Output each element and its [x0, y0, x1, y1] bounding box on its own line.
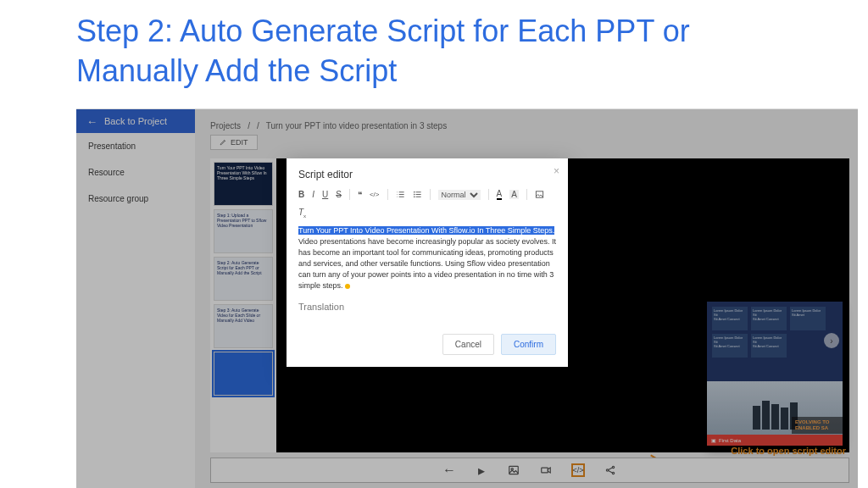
slide-thumb[interactable]: Step 2: Auto Generate Script for Each PP…: [214, 257, 273, 301]
camera-icon: [540, 464, 552, 476]
back-to-project-button[interactable]: ← Back to Project: [76, 109, 195, 133]
bullet-list-icon: [413, 190, 422, 199]
preview-overlay-text: EVOLVING TO ENABLED SA: [792, 417, 843, 433]
script-editor-button[interactable]: </>: [571, 463, 585, 477]
breadcrumb-sep: /: [248, 121, 250, 130]
thumbnail-strip: Turn Your PPT Into Video Presentation Wi…: [210, 158, 276, 452]
sidebar-item-presentation[interactable]: Presentation: [76, 133, 195, 159]
pencil-icon: [220, 138, 227, 146]
sidebar: ← Back to Project Presentation Resource …: [76, 109, 195, 488]
confirm-button[interactable]: Confirm: [501, 334, 556, 355]
highlight-color-button[interactable]: A: [509, 190, 519, 199]
edit-button[interactable]: EDIT: [210, 135, 258, 150]
quote-button[interactable]: ❝: [358, 190, 362, 199]
text-size-select[interactable]: Normal: [438, 190, 481, 200]
play-button[interactable]: ▸: [475, 463, 488, 477]
breadcrumb-root[interactable]: Projects: [210, 121, 241, 130]
preview-top: Lorem Ipsum Dolor SitSit Amet Consect Lo…: [707, 302, 843, 381]
modal-close-button[interactable]: ×: [554, 165, 559, 177]
cancel-button[interactable]: Cancel: [442, 334, 494, 355]
svg-point-8: [414, 197, 415, 197]
breadcrumb: Projects / / Turn your PPT into video pr…: [195, 109, 858, 134]
slide-thumb[interactable]: Step 1: Upload a Presentation PPT to Sfl…: [214, 209, 273, 253]
selected-text: Turn Your PPT Into Video Presentation Wi…: [298, 226, 554, 235]
image-icon: [535, 190, 544, 199]
strike-button[interactable]: S: [336, 190, 342, 199]
close-icon: ×: [554, 165, 559, 177]
ordered-list-button[interactable]: [396, 190, 405, 199]
brand-bar: ▣ First Data: [707, 435, 843, 446]
sidebar-item-resource[interactable]: Resource: [76, 159, 195, 186]
svg-point-4: [612, 466, 614, 468]
page-title: Step 2: Auto Generate Script for Each PP…: [0, 0, 868, 100]
image-icon: [508, 464, 520, 476]
play-icon: ▸: [478, 463, 485, 479]
svg-point-7: [414, 194, 415, 195]
chevron-right-icon: ›: [830, 336, 832, 346]
preview-card: Lorem Ipsum Dolor Sit Amet: [790, 307, 826, 330]
breadcrumb-current: Turn your PPT into video presentation in…: [266, 121, 447, 130]
svg-point-3: [606, 469, 608, 471]
ordered-list-icon: [396, 190, 405, 199]
slide-preview: Lorem Ipsum Dolor SitSit Amet Consect Lo…: [707, 302, 843, 446]
arrow-left-icon: ←: [442, 463, 456, 478]
edit-label: EDIT: [231, 138, 248, 147]
share-icon: [604, 464, 616, 476]
slide-thumb-selected[interactable]: [214, 352, 273, 396]
bold-button[interactable]: B: [298, 190, 304, 199]
share-button[interactable]: [604, 463, 617, 477]
image-button[interactable]: [507, 463, 520, 477]
svg-rect-0: [509, 466, 519, 474]
prev-slide-button[interactable]: ←: [442, 463, 456, 477]
preview-card: Lorem Ipsum Dolor SitSit Amet Consect: [712, 307, 748, 330]
script-editor-modal: × Script editor B I U S ❝ </> Normal A A: [287, 158, 568, 367]
modal-actions: Cancel Confirm: [298, 334, 556, 355]
breadcrumb-sep: /: [257, 121, 259, 130]
svg-point-5: [612, 472, 614, 474]
back-label: Back to Project: [104, 116, 167, 126]
clear-format-button[interactable]: Tx: [298, 208, 306, 219]
preview-bottom: EVOLVING TO ENABLED SA ▣ First Data: [707, 381, 843, 446]
slide-thumb[interactable]: Turn Your PPT Into Video Presentation Wi…: [214, 162, 273, 206]
insert-image-button[interactable]: [535, 190, 544, 199]
arrow-left-icon: ←: [86, 115, 97, 128]
preview-card: Lorem Ipsum Dolor SitSit Amet Consect: [751, 307, 787, 330]
camera-button[interactable]: [539, 463, 553, 477]
code-format-button[interactable]: </>: [370, 191, 380, 198]
text-color-button[interactable]: A: [497, 189, 503, 200]
modal-title: Script editor: [298, 169, 556, 180]
slide-thumb[interactable]: Step 3: Auto Generate Video for Each Sli…: [214, 304, 273, 348]
code-icon: </>: [573, 466, 584, 474]
translation-section-label: Translation: [298, 302, 556, 312]
format-toolbar: B I U S ❝ </> Normal A A Tx: [298, 189, 556, 219]
bullet-list-button[interactable]: [413, 190, 422, 199]
italic-button[interactable]: I: [312, 190, 314, 199]
svg-point-6: [414, 191, 415, 192]
script-text-editor[interactable]: Turn Your PPT Into Video Presentation Wi…: [298, 225, 556, 291]
sidebar-item-resource-group[interactable]: Resource group: [76, 186, 195, 212]
underline-button[interactable]: U: [322, 190, 328, 199]
collab-cursor-icon: [345, 284, 350, 289]
app-frame: ← Back to Project Presentation Resource …: [76, 108, 858, 488]
preview-card: Lorem Ipsum Dolor SitSit Amet Consect: [751, 334, 787, 358]
brand-logo-icon: ▣: [711, 437, 716, 443]
svg-rect-2: [542, 468, 548, 473]
preview-card: Lorem Ipsum Dolor SitSit Amet Consect: [712, 334, 748, 358]
callout-label: Click to open script editor: [731, 446, 846, 456]
bottom-toolbar: ← ▸ </>: [210, 458, 849, 483]
editor-body: Video presentations have become increasi…: [298, 237, 556, 290]
